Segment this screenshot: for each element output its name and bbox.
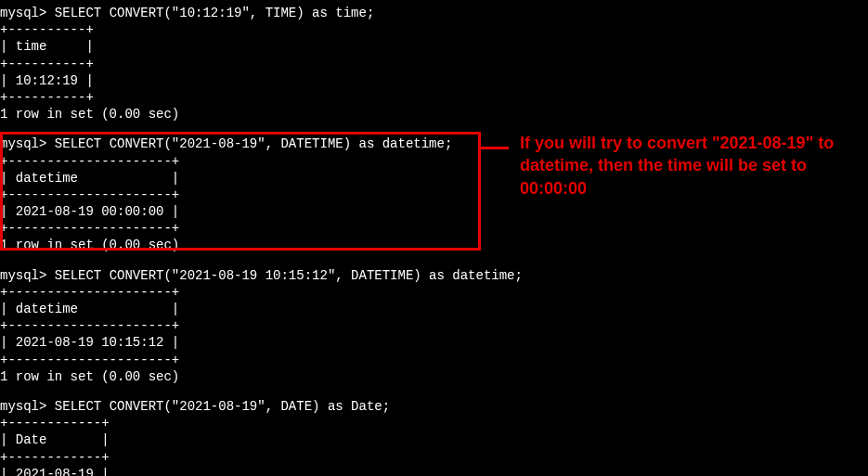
table-border: +----------+	[0, 22, 94, 37]
table-header: | datetime |	[0, 302, 179, 316]
annotation-connector-line	[481, 147, 509, 149]
query-block-3: mysql> SELECT CONVERT("2021-08-19 10:15:…	[0, 267, 868, 385]
table-border: +---------------------+	[0, 318, 179, 333]
table-row: | 10:12:19 |	[0, 73, 94, 88]
annotation-callout: If you will try to convert "2021-08-19" …	[520, 132, 836, 199]
table-border: +------------+	[0, 416, 110, 431]
table-border: +----------+	[0, 90, 94, 105]
sql-statement: SELECT CONVERT("10:12:19", TIME) as time…	[55, 6, 374, 20]
table-border: +---------------------+	[0, 187, 179, 202]
table-row: | 2021-08-19 00:00:00 |	[0, 204, 179, 219]
sql-statement: SELECT CONVERT("2021-08-19 10:15:12", DA…	[55, 268, 523, 283]
table-border: +----------+	[0, 57, 94, 71]
result-summary: 1 row in set (0.00 sec)	[0, 238, 179, 252]
result-summary: 1 row in set (0.00 sec)	[0, 369, 179, 384]
table-header: | time |	[0, 39, 94, 54]
table-border: +---------------------+	[0, 154, 179, 169]
mysql-prompt: mysql>	[0, 268, 46, 283]
mysql-prompt: mysql>	[0, 136, 46, 151]
table-header: | datetime |	[0, 171, 179, 186]
table-border: +---------------------+	[0, 285, 179, 300]
table-border: +------------+	[0, 450, 110, 465]
table-border: +---------------------+	[0, 353, 179, 367]
sql-statement: SELECT CONVERT("2021-08-19", DATETIME) a…	[55, 136, 452, 151]
mysql-prompt: mysql>	[0, 399, 46, 414]
mysql-prompt: mysql>	[0, 6, 46, 20]
table-header: | Date |	[0, 432, 110, 447]
query-block-1: mysql> SELECT CONVERT("10:12:19", TIME) …	[0, 5, 868, 122]
table-row: | 2021-08-19 |	[0, 467, 110, 476]
query-block-4: mysql> SELECT CONVERT("2021-08-19", DATE…	[0, 398, 868, 476]
table-border: +---------------------+	[0, 221, 179, 236]
table-row: | 2021-08-19 10:15:12 |	[0, 335, 179, 350]
sql-statement: SELECT CONVERT("2021-08-19", DATE) as Da…	[55, 399, 390, 414]
result-summary: 1 row in set (0.00 sec)	[0, 107, 179, 122]
